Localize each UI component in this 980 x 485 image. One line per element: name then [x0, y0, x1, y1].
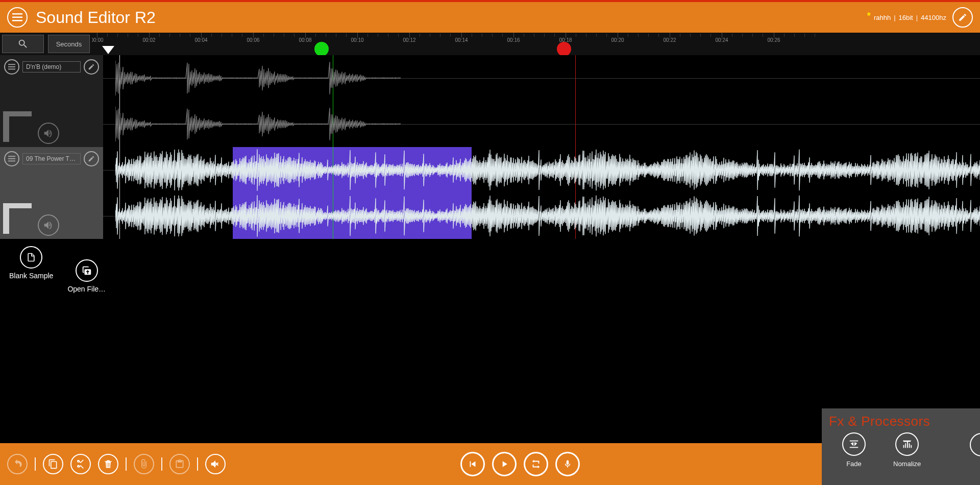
cut-button[interactable] — [70, 454, 91, 474]
header-edit-button[interactable] — [952, 7, 973, 28]
track-menu-button[interactable] — [4, 151, 19, 166]
track-volume-button[interactable] — [38, 214, 59, 236]
track: 09 The Power That… — [0, 147, 980, 239]
track-name: 09 The Power That… — [22, 153, 81, 164]
header-status: * rahhh | 16bit | 44100hz — [867, 12, 946, 23]
delete-button[interactable] — [98, 454, 118, 474]
ruler-label: 00:14 — [455, 37, 468, 43]
svg-rect-9 — [8, 161, 15, 162]
asset-row: Blank Sample Open File… — [0, 239, 980, 300]
track-fader[interactable] — [3, 111, 32, 142]
tracks-area: D'n'B (demo) 09 The Power That… — [0, 55, 980, 443]
playhead-icon[interactable] — [102, 46, 114, 54]
svg-marker-10 — [3, 203, 32, 234]
ruler-label: 00:26 — [767, 37, 780, 43]
track-waveform[interactable] — [103, 55, 980, 147]
track-edit-button[interactable] — [84, 151, 99, 166]
time-unit-button[interactable]: Seconds — [48, 35, 90, 53]
ruler-label: 00:08 — [299, 37, 311, 43]
app-header: Sound Editor R2 * rahhh | 16bit | 44100h… — [0, 0, 980, 33]
track-edit-button[interactable] — [84, 59, 99, 75]
svg-marker-6 — [3, 111, 32, 142]
ruler-label: 00:16 — [507, 37, 520, 43]
svg-rect-0 — [12, 13, 22, 15]
svg-rect-3 — [8, 64, 15, 65]
sample-rate: 44100hz — [921, 14, 946, 21]
svg-rect-1 — [12, 17, 22, 18]
timeline-ruler[interactable]: 00:0000:0200:0400:0600:0800:1000:1200:14… — [92, 33, 980, 55]
ruler-label: 00:04 — [194, 37, 207, 43]
play-button[interactable] — [492, 452, 517, 476]
marker-start-icon[interactable] — [314, 42, 329, 55]
svg-rect-2 — [12, 20, 22, 21]
undo-button[interactable] — [7, 454, 28, 474]
open-file-button[interactable]: Open File… — [67, 259, 106, 293]
skip-back-button[interactable] — [460, 452, 485, 476]
ruler-label: 00:12 — [403, 37, 415, 43]
track-fader[interactable] — [3, 203, 32, 234]
bit-depth: 16bit — [899, 14, 913, 21]
modified-star-icon: * — [867, 11, 871, 21]
ruler-label: 00:20 — [611, 37, 624, 43]
track-name: D'n'B (demo) — [22, 61, 81, 72]
attach-button[interactable] — [134, 454, 154, 474]
paste-button[interactable] — [169, 454, 190, 474]
mute-button[interactable] — [205, 454, 226, 474]
zoom-button[interactable] — [2, 35, 44, 53]
fx-panel-title: Fx & Processors — [829, 414, 973, 429]
record-button[interactable] — [555, 452, 580, 476]
copy-button[interactable] — [43, 454, 63, 474]
menu-button[interactable] — [7, 7, 28, 28]
ruler-label: 00:10 — [351, 37, 363, 43]
ruler-label: 00:22 — [663, 37, 676, 43]
ruler-label: 00:06 — [247, 37, 259, 43]
app-title: Sound Editor R2 — [36, 8, 156, 27]
svg-rect-4 — [8, 66, 15, 67]
ruler-label: 00:00 — [92, 37, 104, 43]
track-volume-button[interactable] — [38, 123, 59, 144]
ruler-label: 00:24 — [715, 37, 728, 43]
ruler-label: 00:02 — [142, 37, 155, 43]
fx-panel: Fx & Processors Fade Nomalize — [822, 408, 980, 485]
svg-rect-7 — [8, 156, 15, 157]
fx-fade-button[interactable]: Fade — [842, 432, 866, 468]
fx-normalize-button[interactable]: Nomalize — [893, 432, 921, 468]
loop-button[interactable] — [524, 452, 548, 476]
track-waveform[interactable] — [103, 147, 980, 239]
track-menu-button[interactable] — [4, 59, 19, 75]
track-head: D'n'B (demo) — [0, 55, 103, 147]
session-name: rahhh — [874, 14, 891, 21]
track-head: 09 The Power That… — [0, 147, 103, 239]
track: D'n'B (demo) — [0, 55, 980, 147]
blank-sample-button[interactable]: Blank Sample — [9, 246, 53, 280]
toolbar-row: Seconds 00:0000:0200:0400:0600:0800:1000… — [0, 33, 980, 55]
svg-rect-8 — [8, 158, 15, 159]
marker-end-icon[interactable] — [557, 42, 571, 55]
svg-rect-5 — [8, 69, 15, 70]
